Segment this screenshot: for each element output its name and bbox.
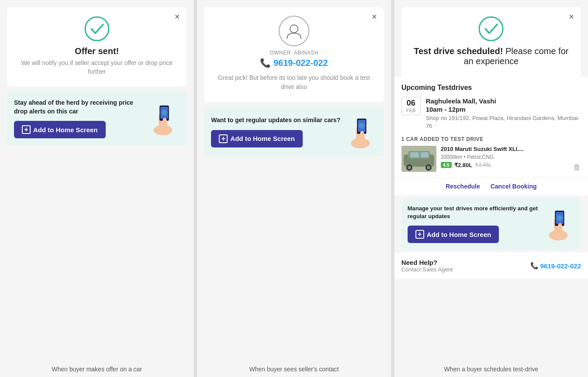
help-sub: Contact Sales Agent <box>401 266 453 273</box>
offer-promo-banner: Stay ahead of the herd by receiving pric… <box>7 92 187 145</box>
owner-phone: 📞 9619-022-022 <box>213 58 375 68</box>
checkmark-icon-3 <box>478 16 504 42</box>
person-icon <box>285 22 303 40</box>
rating-badge: 4.5 <box>441 162 452 168</box>
testdrive-address: Shop no 191/192, Powai Plaza, Hirandani … <box>426 114 581 130</box>
panel2-bottom-label: When buyer sees seller's contact <box>197 360 391 377</box>
test-drive-title-row: Test drive scheduled! Please come for an… <box>410 46 572 66</box>
testdrive-entry: 06 FEB Raghuleela Mall, Vashi 10am - 12p… <box>401 97 581 130</box>
action-row: Reschedule Cancel Booking <box>394 177 588 195</box>
panel-seller-contact: × OWNER: ABINASH 📞 9619-022-022 Great pi… <box>197 0 394 377</box>
testdrive-venue: Raghuleela Mall, Vashi <box>426 97 581 106</box>
car-entry: 2010 Maruti Suzuki Swift XLI.... 20000km… <box>394 146 588 172</box>
owner-avatar <box>279 16 309 46</box>
phone-icon-help: 📞 <box>530 262 539 270</box>
svg-point-0 <box>85 17 109 41</box>
car-price-old: ₹3.45L <box>475 162 491 168</box>
upcoming-title: Upcoming Testdrives <box>401 84 581 92</box>
car-price: ₹2.80L <box>454 162 472 168</box>
help-title: Need Help? <box>401 259 453 266</box>
reschedule-link[interactable]: Reschedule <box>446 183 480 190</box>
check-icon-wrap-3 <box>410 16 572 42</box>
test-drive-card: × Test drive scheduled! Please come for … <box>401 7 581 77</box>
close-button-3[interactable]: × <box>569 12 574 21</box>
car-thumbnail <box>401 146 436 172</box>
cancel-booking-link[interactable]: Cancel Booking <box>491 183 537 190</box>
checkmark-icon-1 <box>84 16 110 42</box>
car-name: 2010 Maruti Suzuki Swift XLI.... <box>441 146 581 153</box>
delete-icon[interactable]: 🗑 <box>573 163 581 172</box>
upcoming-section: Upcoming Testdrives 06 FEB Raghuleela Ma… <box>394 77 588 195</box>
help-row: Need Help? Contact Sales Agent 📞 9619-02… <box>394 253 588 279</box>
svg-point-14 <box>361 125 363 127</box>
seller-contact-card: × OWNER: ABINASH 📞 9619-022-022 Great pi… <box>204 7 384 102</box>
add-btn-label-2: Add to Home Screen <box>230 135 295 142</box>
phone-hand-illustration-2 <box>346 114 377 149</box>
svg-point-32 <box>558 223 562 229</box>
svg-point-23 <box>427 166 430 169</box>
svg-point-6 <box>163 112 165 113</box>
svg-rect-25 <box>421 152 429 158</box>
plus-icon-3: + <box>415 230 424 239</box>
contact-promo-text: Want to get regular updates on similar c… <box>211 116 341 125</box>
help-phone[interactable]: 📞 9619-022-022 <box>530 262 581 270</box>
phone-icon-2: 📞 <box>260 58 271 68</box>
panels-container: × Offer sent! We will notify you if sell… <box>0 0 588 377</box>
contact-promo-banner: Want to get regular updates on similar c… <box>204 107 384 156</box>
date-num: 06 <box>405 99 417 108</box>
car-meta: 20000km • Petrol,CNG <box>441 154 581 160</box>
plus-icon-1: + <box>22 125 31 134</box>
panel-offer-sent: × Offer sent! We will notify you if sell… <box>0 0 197 377</box>
testdrive-promo-text: Manage your test drives more efficiently… <box>408 205 540 220</box>
owner-desc: Great pick! But before its too late you … <box>213 73 375 92</box>
svg-point-8 <box>290 25 298 33</box>
svg-point-7 <box>163 118 167 124</box>
car-price-row: 4.5 ₹2.80L ₹3.45L <box>441 162 581 168</box>
add-to-home-screen-button-1[interactable]: + Add to Home Screen <box>14 121 106 138</box>
help-section: Need Help? Contact Sales Agent 📞 9619-02… <box>394 253 588 279</box>
car-info: 2010 Maruti Suzuki Swift XLI.... 20000km… <box>441 146 581 168</box>
add-btn-label-1: Add to Home Screen <box>33 126 98 134</box>
panel-test-drive: × Test drive scheduled! Please come for … <box>394 0 588 377</box>
car-image <box>401 146 436 172</box>
svg-point-31 <box>559 217 560 219</box>
panel1-bottom-label: When buyer makes offer on a car <box>0 360 194 377</box>
add-to-home-screen-button-3[interactable]: + Add to Home Screen <box>408 226 499 243</box>
add-to-home-screen-button-2[interactable]: + Add to Home Screen <box>211 130 303 147</box>
plus-icon-2: + <box>219 134 228 143</box>
check-icon-wrap-1 <box>16 16 178 42</box>
svg-point-16 <box>479 17 503 41</box>
close-button-2[interactable]: × <box>372 12 377 21</box>
svg-point-21 <box>408 166 411 169</box>
date-month: FEB <box>405 108 417 113</box>
test-drive-title-bold: Test drive scheduled! <box>414 46 503 56</box>
testdrive-info: Raghuleela Mall, Vashi 10am - 12pm Shop … <box>426 97 581 130</box>
offer-sent-card: × Offer sent! We will notify you if sell… <box>7 7 187 86</box>
testdrive-promo-banner: Manage your test drives more efficiently… <box>401 199 581 249</box>
add-btn-label-3: Add to Home Screen <box>427 231 491 238</box>
offer-promo-text: Stay ahead of the herd by receiving pric… <box>14 99 144 116</box>
svg-rect-24 <box>410 152 419 158</box>
svg-point-15 <box>360 131 364 137</box>
date-box: 06 FEB <box>401 97 421 115</box>
testdrive-time: 10am - 12pm <box>426 106 581 113</box>
car-added-label: 1 CAR ADDED TO TEST DRIVE <box>394 136 588 142</box>
help-left: Need Help? Contact Sales Agent <box>401 259 453 273</box>
offer-sent-title: Offer sent! <box>16 46 178 56</box>
close-button-1[interactable]: × <box>175 12 180 21</box>
phone-hand-illustration-1 <box>149 101 180 136</box>
panel3-bottom-label: When a buyer schedules test-drive <box>394 360 588 377</box>
phone-hand-illustration-3 <box>544 206 575 241</box>
owner-label: OWNER: ABINASH <box>213 50 375 56</box>
offer-sent-subtitle: We will notify you if seller accept your… <box>16 59 178 76</box>
